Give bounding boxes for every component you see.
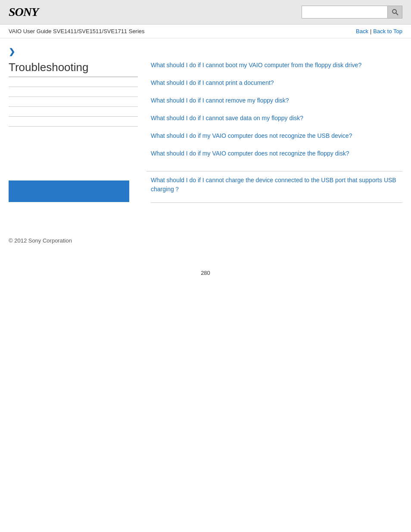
sidebar-divider-5	[9, 126, 138, 127]
link-5[interactable]: What should I do if my VAIO computer doe…	[151, 149, 402, 158]
link-1[interactable]: What should I do if I cannot print a doc…	[151, 78, 402, 87]
nav-separator: |	[370, 28, 371, 34]
sidebar-divider-2	[9, 96, 138, 97]
sony-logo: SONY	[9, 5, 38, 19]
link-2[interactable]: What should I do if I cannot remove my f…	[151, 96, 402, 105]
header: SONY	[0, 0, 411, 25]
breadcrumb-arrow: ❯	[9, 47, 402, 56]
link-0[interactable]: What should I do if I cannot boot my VAI…	[151, 61, 402, 70]
svg-line-1	[396, 13, 398, 15]
sidebar-divider-3	[9, 106, 138, 107]
back-to-top-link[interactable]: Back to Top	[373, 28, 402, 34]
search-input[interactable]	[302, 6, 388, 19]
two-col-layout: Troubleshooting What should I do if I ca…	[9, 61, 402, 167]
back-link[interactable]: Back	[356, 28, 368, 34]
highlight-right-content: What should I do if I cannot charge the …	[146, 171, 402, 212]
link-3[interactable]: What should I do if I cannot save data o…	[151, 114, 402, 123]
search-icon	[392, 9, 399, 16]
copyright: © 2012 Sony Corporation	[9, 237, 72, 244]
search-button[interactable]	[388, 6, 402, 19]
page-number: 280	[0, 270, 411, 285]
right-content: What should I do if I cannot boot my VAI…	[146, 61, 402, 167]
main-content: ❯ Troubleshooting What should I do if I …	[0, 38, 411, 229]
sidebar-divider-4	[9, 116, 138, 117]
link-4[interactable]: What should I do if my VAIO computer doe…	[151, 131, 402, 140]
highlight-divider	[151, 202, 402, 203]
search-area	[302, 6, 402, 19]
highlight-block	[9, 180, 129, 202]
highlight-sidebar	[9, 171, 146, 202]
highlight-row: What should I do if I cannot charge the …	[9, 171, 402, 212]
footer: © 2012 Sony Corporation	[0, 229, 411, 252]
sidebar: Troubleshooting	[9, 61, 146, 167]
sidebar-title: Troubleshooting	[9, 61, 138, 77]
sidebar-divider-1	[9, 87, 138, 87]
highlight-link[interactable]: What should I do if I cannot charge the …	[151, 176, 402, 194]
nav-title: VAIO User Guide SVE1411/SVE1511/SVE1711 …	[9, 28, 145, 34]
nav-links: Back | Back to Top	[356, 28, 402, 34]
nav-bar: VAIO User Guide SVE1411/SVE1511/SVE1711 …	[0, 25, 411, 38]
